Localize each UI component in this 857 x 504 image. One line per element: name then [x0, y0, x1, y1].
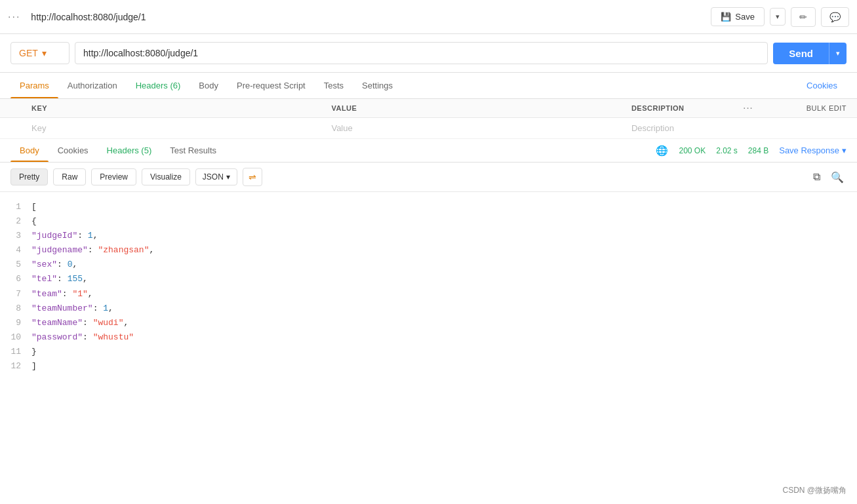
save-response-button[interactable]: Save Response ▾ [779, 145, 847, 155]
code-token: "wudi" [93, 318, 124, 328]
line-content: { [31, 214, 852, 229]
globe-icon: 🌐 [656, 145, 668, 157]
line-number: 2 [5, 214, 31, 229]
response-tab-body[interactable]: Body [10, 139, 49, 162]
code-token: , [149, 245, 154, 255]
code-token: , [123, 318, 129, 328]
line-number: 1 [5, 200, 31, 214]
code-token: 155 [68, 274, 83, 284]
col-more: ··· [735, 99, 761, 118]
tab-prerequest[interactable]: Pre-request Script [228, 73, 315, 98]
send-dropdown-button[interactable]: ▾ [829, 43, 847, 64]
method-label: GET [19, 48, 38, 58]
tab-cookies[interactable]: Cookies [797, 73, 847, 98]
code-token: : [62, 289, 73, 299]
code-line: 3 "judgeId": 1, [0, 229, 857, 243]
wrap-icon: ⇌ [249, 172, 256, 182]
code-token: : [57, 260, 68, 269]
method-selector[interactable]: GET ▾ [10, 42, 70, 64]
format-bar-right: ⧉ 🔍 [810, 168, 847, 186]
copy-button[interactable]: ⧉ [810, 168, 823, 186]
col-bulk-edit[interactable]: Bulk Edit [761, 99, 857, 118]
tab-authorization[interactable]: Authorization [58, 73, 127, 98]
code-token: : [77, 231, 88, 241]
line-content: ] [31, 359, 852, 374]
send-button[interactable]: Send [773, 43, 829, 64]
comment-button[interactable]: 💬 [821, 7, 849, 27]
line-number: 9 [5, 316, 31, 330]
response-tab-cookies[interactable]: Cookies [49, 139, 98, 162]
top-bar-actions: 💾 Save ▾ ✏ 💬 [711, 7, 849, 27]
response-tabs-bar: Body Cookies Headers (5) Test Results 🌐 … [0, 139, 857, 163]
line-number: 11 [5, 345, 31, 359]
code-line: 5 "sex": 0, [0, 258, 857, 272]
save-icon: 💾 [721, 12, 731, 22]
tab-tests[interactable]: Tests [315, 73, 353, 98]
line-content: "judgeId": 1, [31, 229, 852, 243]
col-value: VALUE [323, 99, 623, 118]
response-time: 2.02 s [716, 146, 738, 155]
code-token: "judgename" [31, 245, 88, 255]
top-bar: ··· http://localhost:8080/judge/1 💾 Save… [0, 0, 857, 34]
code-line: 2 { [0, 214, 857, 229]
format-type-selector[interactable]: JSON ▾ [195, 168, 237, 185]
params-table: KEY VALUE DESCRIPTION ··· Bulk Edit Key … [0, 99, 857, 139]
line-content: "password": "whustu" [31, 330, 852, 345]
window-controls: ··· [8, 11, 20, 23]
code-token: "judgeId" [31, 231, 77, 241]
line-content: "judgename": "zhangsan", [31, 243, 852, 258]
format-bar: Pretty Raw Preview Visualize JSON ▾ ⇌ ⧉ … [0, 163, 857, 192]
visualize-button[interactable]: Visualize [142, 168, 190, 185]
code-token: , [88, 289, 93, 299]
status-code: 200 OK [679, 146, 706, 155]
save-button[interactable]: 💾 Save [711, 7, 765, 26]
response-tab-headers[interactable]: Headers (5) [98, 139, 161, 162]
format-chevron-icon: ▾ [226, 172, 230, 182]
url-input[interactable] [75, 42, 768, 64]
code-token: [ [31, 202, 37, 212]
code-token: , [108, 303, 113, 313]
code-token: "zhangsan" [98, 245, 149, 255]
col-checkbox [0, 99, 24, 118]
tab-settings[interactable]: Settings [353, 73, 402, 98]
line-content: "team": "1", [31, 287, 852, 301]
code-token: ] [31, 361, 37, 371]
line-content: "tel": 155, [31, 272, 852, 286]
edit-button[interactable]: ✏ [791, 7, 816, 27]
wrap-button[interactable]: ⇌ [243, 168, 262, 186]
line-number: 7 [5, 287, 31, 301]
response-tab-test-results[interactable]: Test Results [161, 139, 226, 162]
code-line: 4 "judgename": "zhangsan", [0, 243, 857, 258]
code-token: "sex" [31, 260, 57, 269]
raw-button[interactable]: Raw [53, 168, 86, 185]
code-line: 1[ [0, 200, 857, 214]
col-key: KEY [24, 99, 323, 118]
tab-headers[interactable]: Headers (6) [127, 73, 190, 98]
code-line: 8 "teamNumber": 1, [0, 301, 857, 316]
response-meta: 🌐 200 OK 2.02 s 284 B Save Response ▾ [656, 145, 847, 157]
key-input-cell[interactable]: Key [24, 118, 323, 139]
save-dropdown-button[interactable]: ▾ [770, 8, 786, 26]
preview-button[interactable]: Preview [91, 168, 136, 185]
request-bar: GET ▾ Send ▾ [0, 34, 857, 73]
pretty-button[interactable]: Pretty [10, 168, 48, 185]
code-token: "team" [31, 289, 62, 299]
tab-body[interactable]: Body [189, 73, 228, 98]
line-content: } [31, 345, 852, 359]
save-response-chevron-icon: ▾ [842, 145, 847, 155]
more-options-icon: ··· [744, 104, 753, 112]
code-line: 11 } [0, 345, 857, 359]
tab-params[interactable]: Params [10, 73, 58, 98]
line-number: 3 [5, 229, 31, 243]
line-number: 6 [5, 272, 31, 286]
row-checkbox [0, 118, 24, 139]
code-token: { [31, 216, 37, 226]
search-button[interactable]: 🔍 [828, 168, 847, 186]
desc-input-cell[interactable]: Description [624, 118, 736, 139]
line-content: "teamName": "wudi", [31, 316, 852, 330]
value-input-cell[interactable]: Value [323, 118, 623, 139]
code-token: 1 [88, 231, 93, 241]
code-token: "whustu" [93, 332, 134, 342]
request-url-display: http://localhost:8080/judge/1 [31, 12, 711, 22]
code-area: 1[2 {3 "judgeId": 1,4 "judgename": "zhan… [0, 192, 857, 402]
